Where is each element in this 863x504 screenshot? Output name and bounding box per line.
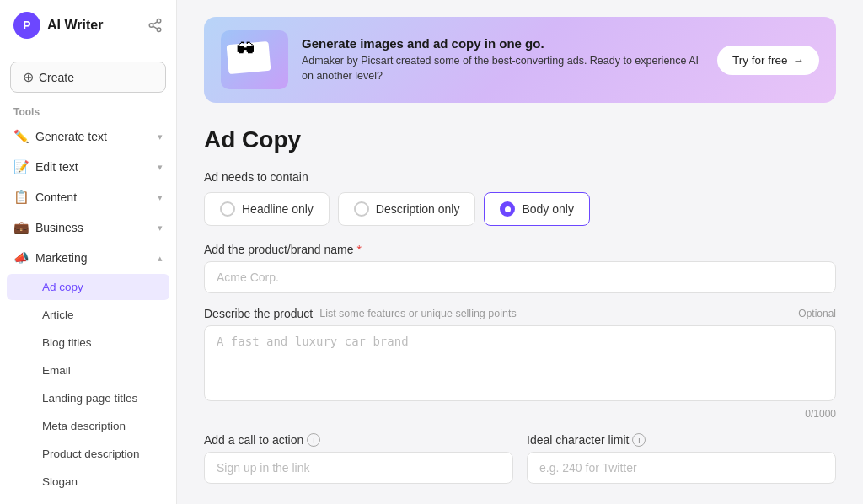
- radio-circle-body: [500, 201, 515, 217]
- describe-product-hint: List some features or unique selling poi…: [319, 308, 516, 319]
- sidebar-item-article[interactable]: Article: [7, 302, 169, 328]
- promo-banner: Generate images and ad copy in one go. A…: [204, 17, 836, 103]
- marketing-icon: 📣: [13, 250, 29, 265]
- main-content: Generate images and ad copy in one go. A…: [177, 0, 863, 504]
- sidebar-item-generate-text[interactable]: ✏️ Generate text ▾: [0, 121, 176, 152]
- ad-contains-section: Ad needs to contain Headline only Descri…: [204, 170, 836, 226]
- edit-text-icon: 📝: [13, 159, 29, 174]
- char-count: 0/1000: [204, 408, 836, 420]
- sidebar-item-edit-text[interactable]: 📝 Edit text ▾: [0, 152, 176, 182]
- cta-label: Add a call to action i: [204, 433, 513, 447]
- svg-line-3: [153, 26, 157, 29]
- char-limit-input[interactable]: [527, 452, 836, 484]
- share-button[interactable]: [147, 18, 163, 33]
- sidebar-item-slogan[interactable]: Slogan: [7, 469, 169, 495]
- brand-name-section: Add the product/brand name *: [204, 243, 836, 293]
- generate-text-icon: ✏️: [13, 129, 29, 144]
- sidebar-item-ad-copy[interactable]: Ad copy: [7, 274, 169, 300]
- content-icon: 📋: [13, 190, 29, 205]
- radio-headline-only[interactable]: Headline only: [204, 192, 330, 226]
- describe-product-section: Describe the product List some features …: [204, 307, 836, 420]
- brand-name-label: Add the product/brand name *: [204, 243, 836, 256]
- sidebar: P AI Writer ⊕ Create Tools ✏️ Generate t…: [0, 0, 177, 504]
- banner-cta-button[interactable]: Try for free →: [717, 46, 819, 75]
- bottom-fields: Add a call to action i Ideal character l…: [204, 433, 836, 497]
- cta-input[interactable]: [204, 452, 513, 484]
- brand-name-input[interactable]: [204, 261, 836, 293]
- sidebar-item-product-description[interactable]: Product description: [7, 441, 169, 467]
- logo-icon: P: [13, 12, 40, 39]
- svg-line-4: [153, 22, 157, 24]
- radio-circle-headline: [220, 201, 235, 217]
- cta-info-icon[interactable]: i: [307, 433, 320, 447]
- banner-subtitle: Admaker by Picsart created some of the b…: [302, 54, 704, 83]
- app-title: AI Writer: [47, 18, 103, 33]
- sidebar-item-business[interactable]: 💼 Business ▾: [0, 212, 176, 243]
- banner-title: Generate images and ad copy in one go.: [302, 36, 704, 51]
- describe-product-optional: Optional: [798, 308, 836, 319]
- sidebar-item-marketing[interactable]: 📣 Marketing ▴: [0, 243, 176, 273]
- sidebar-item-email[interactable]: Email: [7, 357, 169, 383]
- banner-image: [221, 30, 288, 89]
- radio-group: Headline only Description only Body only: [204, 192, 836, 226]
- sidebar-item-blog-titles[interactable]: Blog titles: [7, 330, 169, 356]
- ad-contains-label: Ad needs to contain: [204, 170, 836, 184]
- cta-section: Add a call to action i: [204, 433, 513, 484]
- radio-circle-description: [354, 201, 369, 217]
- tools-label: Tools: [0, 99, 176, 121]
- describe-product-label: Describe the product List some features …: [204, 307, 836, 320]
- sidebar-item-landing-page-titles[interactable]: Landing page titles: [7, 385, 169, 411]
- char-limit-info-icon[interactable]: i: [632, 433, 646, 447]
- sidebar-item-meta-description[interactable]: Meta description: [7, 413, 169, 439]
- radio-description-only[interactable]: Description only: [338, 192, 476, 226]
- create-button[interactable]: ⊕ Create: [10, 62, 166, 93]
- business-icon: 💼: [13, 220, 29, 235]
- describe-product-textarea[interactable]: [204, 325, 836, 401]
- sidebar-item-content[interactable]: 📋 Content ▾: [0, 182, 176, 212]
- banner-text: Generate images and ad copy in one go. A…: [302, 36, 704, 83]
- page-title: Ad Copy: [204, 126, 836, 153]
- radio-body-only[interactable]: Body only: [484, 192, 589, 226]
- sidebar-header: P AI Writer: [0, 0, 176, 51]
- required-star: *: [356, 243, 361, 256]
- char-limit-label: Ideal character limit i: [527, 433, 836, 447]
- char-limit-section: Ideal character limit i: [527, 433, 836, 484]
